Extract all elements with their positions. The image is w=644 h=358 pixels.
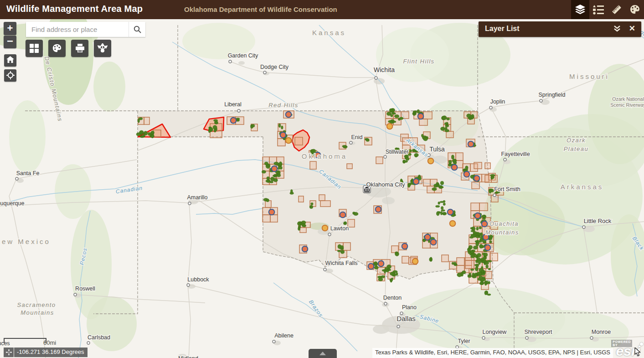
map-label: Albuquerque bbox=[0, 200, 24, 207]
map-label: Kansas bbox=[312, 29, 346, 36]
map-label: Monroe bbox=[592, 329, 611, 335]
share-button[interactable] bbox=[94, 40, 111, 57]
map-label: Joplin bbox=[490, 99, 505, 105]
map-label: Plateau bbox=[564, 145, 589, 152]
locate-icon bbox=[6, 71, 15, 79]
header-toolbar bbox=[571, 0, 644, 19]
map-label: Missouri bbox=[569, 73, 609, 80]
close-panel-button[interactable]: ✕ bbox=[629, 24, 635, 33]
map-label: Abilene bbox=[274, 332, 294, 339]
map-label: Roswell bbox=[75, 285, 95, 292]
draw-widget-button[interactable] bbox=[626, 0, 644, 19]
layer-list-title: Layer List bbox=[485, 25, 520, 33]
legend-widget-button[interactable] bbox=[589, 0, 608, 19]
map-label: Denton bbox=[383, 295, 402, 301]
map-label: Little Rock bbox=[584, 218, 612, 224]
map-label: Lawton bbox=[330, 225, 349, 232]
map-label: Carlsbad bbox=[88, 334, 110, 341]
draw-icon bbox=[629, 4, 640, 15]
map-label: Ozark National bbox=[612, 96, 644, 102]
map-label: Longview bbox=[483, 329, 507, 335]
share-icon bbox=[98, 43, 108, 53]
scale-bar bbox=[4, 338, 46, 343]
map-label: Oklahoma bbox=[302, 152, 347, 160]
scale-label: 60mi bbox=[43, 339, 56, 346]
page-title: Wildlife Management Area Map bbox=[6, 4, 143, 14]
map-label: Oklahoma City bbox=[366, 181, 405, 188]
legend-icon bbox=[593, 5, 604, 15]
map-label: New Mexico bbox=[0, 238, 51, 245]
map-label: Liberal bbox=[224, 101, 242, 108]
attribute-table-toggle[interactable] bbox=[309, 349, 337, 358]
map-label: Mountains bbox=[21, 309, 54, 316]
map-label: Red Hills bbox=[268, 102, 299, 109]
map-label: Shreveport bbox=[524, 329, 552, 335]
map-label: Scenic Riverway bbox=[610, 102, 644, 108]
map-label: Amarillo bbox=[187, 194, 207, 201]
search-box bbox=[26, 22, 145, 37]
layers-widget-button[interactable] bbox=[571, 0, 589, 19]
map-label: Wichita bbox=[374, 66, 395, 73]
home-icon bbox=[6, 56, 14, 63]
search-button[interactable] bbox=[129, 22, 145, 37]
esri-logo-dot bbox=[640, 342, 643, 346]
chevron-up-icon bbox=[319, 352, 326, 355]
map-label: Ozark bbox=[567, 137, 586, 144]
search-input[interactable] bbox=[26, 22, 129, 37]
map-label: Springfield bbox=[538, 92, 565, 98]
double-chevron-down-icon bbox=[613, 25, 621, 32]
draw-tool-button[interactable] bbox=[48, 40, 66, 57]
map-attribution: Texas Parks & Wildlife, Esri, HERE, Garm… bbox=[372, 348, 613, 358]
map-label: Mountains bbox=[485, 229, 519, 236]
map-label: Lubbock bbox=[187, 276, 209, 283]
map-label: Sacramento bbox=[17, 301, 56, 308]
coordinate-readout: -106.271 36.169 Degrees bbox=[14, 348, 88, 357]
map-label: Fort Smith bbox=[494, 186, 520, 192]
zoom-in-button[interactable]: + bbox=[4, 22, 16, 35]
layer-list-panel: Layer List ✕ bbox=[479, 21, 641, 37]
zoom-out-button[interactable]: − bbox=[4, 36, 16, 48]
mouse-cursor bbox=[634, 348, 642, 357]
map-label: Ouachita bbox=[489, 220, 519, 227]
map-label: Midland bbox=[178, 355, 198, 358]
home-button[interactable] bbox=[4, 54, 16, 67]
map-label: Wichita Falls bbox=[325, 260, 358, 266]
map-label: Fayetteville bbox=[501, 151, 530, 157]
grid-icon bbox=[30, 44, 39, 53]
map-label: Arkansas bbox=[561, 183, 604, 191]
layers-icon bbox=[575, 5, 586, 15]
coordinate-widget: -106.271 36.169 Degrees bbox=[4, 348, 88, 357]
map-label: Flint Hills bbox=[403, 58, 434, 65]
app-header: Wildlife Management Area Map Oklahoma De… bbox=[0, 0, 644, 19]
map-label: Santa Fe bbox=[16, 170, 40, 176]
map-label: Tulsa bbox=[429, 145, 445, 153]
collapse-panel-button[interactable] bbox=[613, 25, 621, 34]
palette-icon bbox=[52, 43, 62, 53]
map-label: Dodge City bbox=[260, 64, 289, 70]
measure-icon bbox=[611, 4, 622, 15]
page-subtitle: Oklahoma Department of Wildlife Conserva… bbox=[184, 5, 337, 13]
printer-icon bbox=[75, 44, 85, 53]
locate-button[interactable] bbox=[4, 69, 16, 82]
map-label: Tyler bbox=[458, 338, 470, 344]
search-icon bbox=[134, 26, 141, 33]
wma-map-app: { "app": { "title": "Wildlife Management… bbox=[0, 0, 644, 358]
basemap-gallery-button[interactable] bbox=[26, 40, 43, 57]
map-label: Plano bbox=[402, 304, 417, 311]
map-label: Stillwater bbox=[386, 149, 409, 155]
crosshair-icon[interactable] bbox=[4, 348, 14, 357]
map-label: Garden City bbox=[228, 52, 258, 59]
measure-widget-button[interactable] bbox=[608, 0, 626, 19]
map-label: Enid bbox=[351, 134, 362, 140]
print-button[interactable] bbox=[71, 40, 88, 57]
map-label: Dallas bbox=[397, 315, 416, 322]
